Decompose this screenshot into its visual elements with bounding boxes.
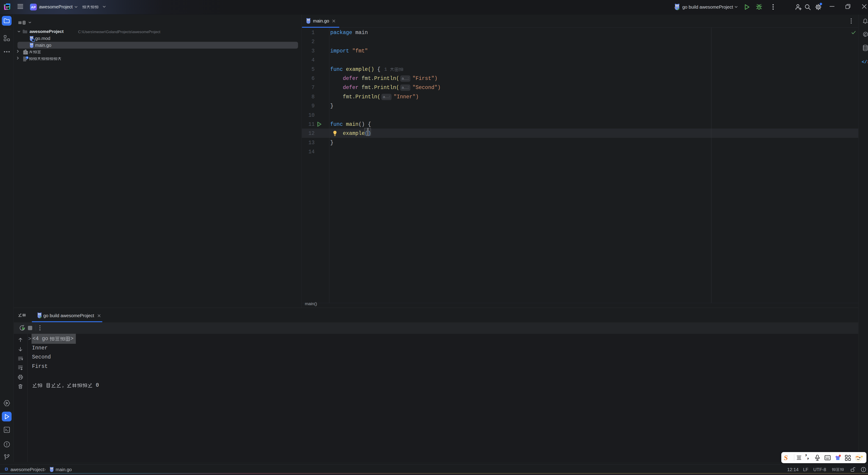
svg-text:GO: GO <box>6 5 9 8</box>
